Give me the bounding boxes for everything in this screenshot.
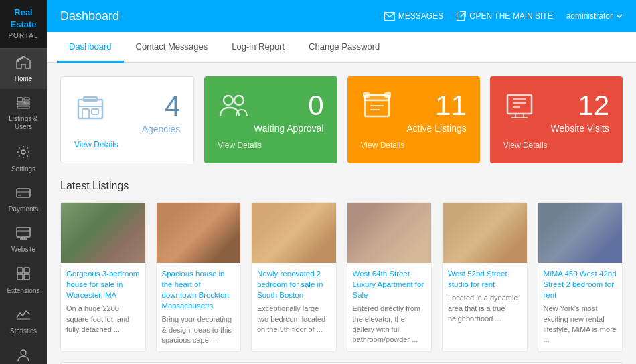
svg-rect-4 — [17, 98, 23, 102]
stat-cards-row: 4AgenciesView Details 0Waiting ApprovalV… — [60, 76, 623, 163]
listing-desc-4: Entered directly from the elevator, the … — [353, 304, 426, 345]
website-visits-label: Website Visits — [551, 123, 609, 134]
agencies-view-details[interactable]: View Details — [74, 140, 180, 149]
listing-card-3[interactable]: Newly renovated 2 bedroom for sale in So… — [251, 202, 337, 352]
listings-grid: Gorgeous 3-bedroom house for sale in Wor… — [60, 202, 623, 352]
listing-image-4 — [347, 203, 432, 263]
svg-rect-20 — [17, 274, 23, 280]
active-listings-icon — [361, 90, 393, 124]
svg-rect-10 — [17, 189, 30, 197]
svg-rect-40 — [507, 95, 532, 114]
settings-icon — [16, 145, 31, 163]
tabs-bar: DashboardContact MessagesLog-in ReportCh… — [47, 32, 636, 63]
listing-card-2[interactable]: Spacious house in the heart of downtown … — [156, 202, 242, 352]
listing-desc-2: Bring your decorating & design ideas to … — [162, 314, 236, 345]
listing-title-5: West 52nd Street studio for rent — [448, 268, 522, 290]
tab-contact-messages[interactable]: Contact Messages — [124, 32, 220, 63]
stat-card-website-visits: 12Website VisitsView Details — [490, 76, 623, 163]
stat-card-waiting-approval: 0Waiting ApprovalView Details — [204, 76, 337, 163]
home-icon — [16, 56, 31, 72]
svg-rect-5 — [24, 98, 29, 100]
svg-rect-13 — [17, 227, 30, 237]
svg-line-26 — [461, 12, 466, 17]
sidebar-item-label-listings: Listings & Users — [3, 115, 44, 131]
svg-rect-30 — [82, 109, 89, 118]
website-icon — [16, 226, 31, 243]
tab-change-password[interactable]: Change Password — [297, 32, 392, 63]
listing-image-6 — [538, 203, 623, 263]
stat-card-agencies: 4AgenciesView Details — [60, 76, 194, 163]
svg-point-33 — [234, 96, 244, 105]
listing-image-2 — [157, 203, 241, 263]
website-visits-view-details[interactable]: View Details — [503, 141, 609, 150]
payments-icon — [16, 186, 31, 203]
stat-card-active-listings: 11Active ListingsView Details — [347, 76, 480, 163]
sidebar-item-label-website: Website — [11, 246, 35, 253]
listing-title-1: Gorgeous 3-bedroom house for sale in Wor… — [66, 268, 140, 300]
user-menu[interactable]: administrator — [566, 11, 623, 21]
svg-rect-19 — [24, 268, 29, 273]
active-listings-view-details[interactable]: View Details — [361, 141, 467, 150]
admin-icon — [16, 348, 31, 364]
svg-point-32 — [224, 96, 233, 105]
sidebar-item-extensions[interactable]: Extensions — [0, 260, 47, 301]
active-listings-label: Active Listings — [406, 123, 466, 134]
main-area: Dashboard MESSAGES OPEN THE MAIN SITE ad… — [47, 0, 636, 364]
listing-title-3: Newly renovated 2 bedroom for sale in So… — [257, 268, 331, 300]
svg-rect-31 — [92, 109, 98, 114]
page-title: Dashboard — [60, 9, 384, 23]
content-area: DashboardContact MessagesLog-in ReportCh… — [47, 32, 636, 364]
listing-card-6[interactable]: MiMA 450 West 42nd Street 2 bedroom for … — [538, 202, 623, 352]
sidebar-item-label-home: Home — [15, 75, 33, 82]
statistics-icon — [16, 308, 31, 325]
listing-desc-6: New York's most exciting new rental life… — [544, 304, 617, 345]
sidebar: Real Estate PORTAL Home Listings & Users — [0, 0, 47, 364]
user-label: administrator — [566, 11, 613, 21]
agencies-number: 4 — [142, 90, 181, 122]
listing-desc-1: On a huge 2200 square foot lot, and full… — [66, 304, 140, 335]
listing-card-5[interactable]: West 52nd Street studio for rentLocated … — [442, 202, 528, 352]
topbar: Dashboard MESSAGES OPEN THE MAIN SITE ad… — [47, 0, 636, 32]
listing-image-5 — [443, 203, 527, 263]
svg-rect-18 — [17, 268, 23, 273]
website-visits-number: 12 — [551, 90, 609, 122]
svg-rect-11 — [17, 191, 30, 193]
active-listings-number: 11 — [406, 90, 466, 122]
latest-listings-section: Latest Listings Gorgeous 3-bedroom house… — [60, 180, 623, 364]
open-site-label: OPEN THE MAIN SITE — [469, 11, 552, 21]
svg-point-23 — [21, 350, 26, 355]
open-site-link[interactable]: OPEN THE MAIN SITE — [457, 11, 552, 21]
waiting-approval-label: Waiting Approval — [254, 123, 324, 134]
sidebar-item-admin[interactable]: Admin — [0, 341, 47, 364]
brand-name-line2: PORTAL — [8, 32, 38, 39]
svg-rect-7 — [17, 103, 29, 105]
messages-link[interactable]: MESSAGES — [384, 11, 443, 21]
sidebar-item-statistics[interactable]: Statistics — [0, 301, 47, 341]
listing-card-1[interactable]: Gorgeous 3-bedroom house for sale in Wor… — [60, 202, 146, 352]
tab-dashboard[interactable]: Dashboard — [57, 32, 124, 63]
agencies-icon — [74, 90, 106, 124]
latest-listings-title: Latest Listings — [60, 180, 623, 192]
listing-desc-3: Exceptionally large two bedroom located … — [257, 304, 331, 335]
website-visits-icon — [503, 90, 536, 124]
brand-name-line1: Real Estate — [10, 7, 36, 29]
sidebar-item-settings[interactable]: Settings — [0, 138, 47, 179]
listing-title-2: Spacious house in the heart of downtown … — [162, 268, 236, 311]
listing-card-4[interactable]: West 64th Street Luxury Apartment for Sa… — [347, 202, 432, 352]
tab-log-in-report[interactable]: Log-in Report — [220, 32, 297, 63]
sidebar-item-website[interactable]: Website — [0, 219, 47, 260]
dashboard-content: 4AgenciesView Details 0Waiting ApprovalV… — [47, 63, 636, 364]
listings-users-icon — [16, 96, 31, 112]
listing-image-3 — [252, 203, 336, 263]
svg-rect-12 — [18, 195, 21, 196]
sidebar-item-label-extensions: Extensions — [7, 287, 40, 294]
sidebar-item-home[interactable]: Home — [0, 49, 47, 89]
extensions-icon — [16, 266, 31, 284]
sidebar-item-payments[interactable]: Payments — [0, 179, 47, 219]
agencies-label: Agencies — [142, 124, 181, 134]
view-all-button[interactable]: View All — [60, 362, 623, 364]
sidebar-item-listings-users[interactable]: Listings & Users — [0, 89, 47, 138]
sidebar-item-label-settings: Settings — [11, 165, 35, 173]
waiting-approval-number: 0 — [254, 90, 324, 122]
waiting-approval-view-details[interactable]: View Details — [218, 141, 323, 150]
